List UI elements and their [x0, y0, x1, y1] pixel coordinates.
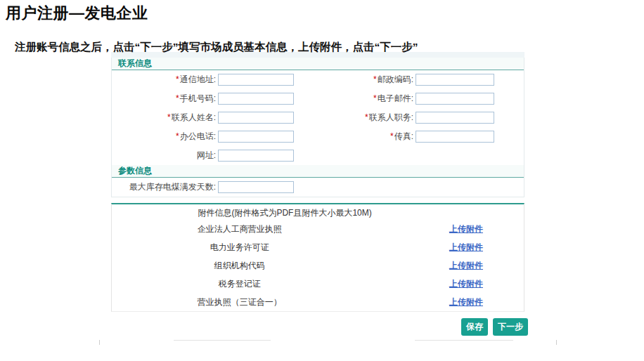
email-input[interactable]	[416, 93, 494, 105]
required-asterisk: *	[167, 112, 171, 122]
attachment-name-org-code: 组织机构代码	[112, 260, 367, 272]
field-label-text: 最大库存电煤满发天数:	[129, 182, 216, 192]
attachment-row: 组织机构代码 上传附件	[112, 256, 524, 275]
instruction-text: 注册账号信息之后，点击“下一步”填写市场成员基本信息，上传附件，点击“下一步”	[15, 40, 418, 55]
upload-attachment-link[interactable]: 上传附件	[449, 260, 483, 272]
field-label-contact-title: *联系人职务:	[294, 112, 413, 124]
website-input[interactable]	[218, 150, 294, 162]
required-asterisk: *	[176, 93, 179, 103]
office-phone-input[interactable]	[218, 131, 294, 143]
bottom-fragment-tick	[99, 340, 100, 345]
attachment-row: 企业法人工商营业执照 上传附件	[112, 220, 524, 238]
upload-attachment-link[interactable]: 上传附件	[449, 296, 483, 308]
section-header-contact-info: 联系信息	[112, 58, 524, 70]
contact-name-input[interactable]	[218, 112, 294, 124]
upload-attachment-link[interactable]: 上传附件	[449, 242, 483, 254]
page-title: 用户注册—发电企业	[6, 3, 148, 24]
field-label-text: 联系人职务:	[369, 112, 413, 122]
registration-form-panel: 联系信息 *通信地址: *邮政编码: *手机号码: *电子邮件: *联系人姓名:…	[111, 58, 524, 197]
field-label-text: 联系人姓名:	[172, 112, 216, 122]
form-row: *手机号码: *电子邮件:	[112, 89, 524, 108]
field-label-fax: *传真:	[294, 131, 413, 143]
field-label-text: 通信地址:	[180, 74, 216, 84]
attachment-panel-header: 附件信息(附件格式为PDF且附件大小最大10M)	[112, 206, 458, 220]
field-label-max-coal-days: 最大库存电煤满发天数:	[112, 181, 216, 193]
required-asterisk: *	[390, 131, 394, 141]
required-asterisk: *	[176, 74, 179, 84]
attachment-name-power-permit: 电力业务许可证	[112, 242, 367, 254]
form-row: *联系人姓名: *联系人职务:	[112, 108, 524, 127]
attachment-row: 电力业务许可证 上传附件	[112, 238, 524, 256]
mobile-input[interactable]	[218, 93, 294, 105]
save-button[interactable]: 保存	[461, 318, 488, 336]
field-label-text: 办公电话:	[180, 131, 216, 141]
attachment-name-business-license: 企业法人工商营业执照	[112, 223, 367, 235]
upload-attachment-link[interactable]: 上传附件	[449, 223, 483, 235]
address-input[interactable]	[218, 74, 294, 86]
field-label-email: *电子邮件:	[294, 93, 413, 105]
bottom-fragment-line	[415, 340, 513, 341]
required-asterisk: *	[176, 131, 179, 141]
form-row: 最大库存电煤满发天数:	[112, 178, 524, 197]
bottom-fragment-tick	[556, 340, 557, 345]
field-label-text: 手机号码:	[180, 93, 216, 103]
field-label-contact-name: *联系人姓名:	[112, 112, 216, 124]
upload-attachment-link[interactable]: 上传附件	[449, 278, 483, 290]
field-label-text: 邮政编码:	[378, 74, 413, 84]
required-asterisk: *	[373, 93, 377, 103]
form-screenshot: 联系信息 *通信地址: *邮政编码: *手机号码: *电子邮件: *联系人姓名:…	[111, 52, 524, 312]
field-label-text: 电子邮件:	[378, 93, 413, 103]
contact-title-input[interactable]	[416, 112, 494, 124]
field-label-mobile: *手机号码:	[112, 93, 216, 105]
field-label-office-phone: *办公电话:	[112, 131, 216, 143]
form-row: *通信地址: *邮政编码:	[112, 70, 524, 89]
action-buttons: 保存 下一步	[461, 318, 528, 336]
form-row: 网址:	[112, 146, 524, 165]
attachment-name-combined-license: 营业执照（三证合一）	[112, 296, 367, 308]
max-coal-days-input[interactable]	[218, 181, 294, 193]
section-header-parameter-info: 参数信息	[112, 165, 524, 178]
postcode-input[interactable]	[416, 74, 494, 86]
field-label-postcode: *邮政编码:	[294, 74, 413, 86]
attachment-panel: 附件信息(附件格式为PDF且附件大小最大10M) 企业法人工商营业执照 上传附件…	[111, 203, 524, 312]
next-step-button[interactable]: 下一步	[493, 318, 528, 336]
field-label-text: 网址:	[197, 150, 216, 160]
required-asterisk: *	[373, 74, 377, 84]
attachment-name-tax-cert: 税务登记证	[112, 278, 367, 290]
attachment-row: 税务登记证 上传附件	[112, 275, 524, 293]
attachment-row: 营业执照（三证合一） 上传附件	[112, 293, 524, 311]
bottom-fragment-line	[174, 340, 271, 341]
field-label-address: *通信地址:	[112, 74, 216, 86]
required-asterisk: *	[365, 112, 368, 122]
field-label-website: 网址:	[112, 150, 216, 162]
fax-input[interactable]	[416, 131, 494, 143]
field-label-text: 传真:	[394, 131, 413, 141]
form-row: *办公电话: *传真:	[112, 127, 524, 146]
